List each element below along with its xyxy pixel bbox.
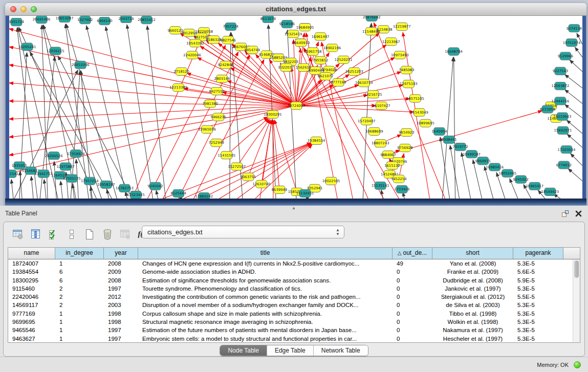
graph-node[interactable]: 8186328 [206, 36, 222, 43]
graph-node[interactable]: 1452254 [391, 175, 406, 183]
graph-node[interactable]: 7957224 [223, 23, 238, 31]
column-header-name[interactable]: name [8, 248, 55, 259]
graph-node[interactable]: 12975103 [400, 80, 418, 88]
graph-node[interactable]: 7919772 [452, 143, 468, 151]
float-panel-icon[interactable] [561, 210, 569, 217]
graph-node[interactable]: 19751074 [563, 39, 581, 47]
graph-node[interactable]: 20053346 [72, 61, 90, 69]
graph-node[interactable]: 8427552 [209, 87, 225, 95]
graph-node[interactable]: 9756928 [397, 144, 412, 152]
table-row[interactable]: 1938455462009Genome-wide association stu… [8, 268, 580, 276]
graph-edge-black[interactable] [571, 154, 582, 165]
graph-node[interactable]: 7981380 [203, 100, 218, 107]
graph-node[interactable]: 1640954 [431, 127, 447, 135]
graph-node[interactable]: 2803144 [214, 75, 230, 82]
graph-edge-red[interactable] [9, 105, 296, 119]
graph-node[interactable]: 12093872 [552, 82, 570, 90]
graph-node[interactable]: 20206526 [45, 152, 63, 160]
close-icon[interactable] [575, 210, 582, 217]
graph-node[interactable]: 15720407 [358, 117, 376, 125]
graph-node[interactable]: 16648784 [445, 48, 463, 55]
graph-node[interactable]: 17103504 [558, 146, 576, 154]
column-header-title[interactable]: title [138, 248, 393, 259]
graph-edge-black[interactable] [363, 23, 371, 199]
graph-node[interactable]: 18724007 [288, 102, 306, 110]
graph-node[interactable]: 9938441 [441, 136, 456, 143]
graph-node[interactable]: 6466140 [97, 17, 112, 25]
graph-node[interactable]: 8613074 [260, 16, 276, 23]
table-row[interactable]: 977716911998Corpus callosum shape and si… [8, 310, 580, 318]
tab-network-table[interactable]: Network Table [314, 345, 368, 356]
graph-node[interactable]: 10965917 [526, 182, 544, 190]
graph-edge-black[interactable] [107, 189, 108, 199]
graph-edge-black[interactable] [86, 26, 127, 199]
graph-node[interactable]: 12323445 [127, 191, 145, 199]
graph-node[interactable]: 9218586 [279, 20, 295, 28]
graph-node[interactable]: 6774012 [556, 161, 572, 169]
graph-node[interactable]: 11543049 [410, 108, 428, 116]
graph-node[interactable]: 8125444 [170, 189, 186, 197]
graph-node[interactable]: 16980416 [486, 163, 504, 171]
graph-node[interactable]: 9242848 [218, 61, 233, 69]
column-header-out-de-[interactable]: △out_de... [393, 248, 432, 259]
graph-node[interactable]: 12325419 [285, 30, 302, 38]
graph-node[interactable]: 10899695 [417, 119, 434, 127]
graph-node[interactable]: 15272507 [228, 163, 246, 170]
graph-edge-black[interactable] [440, 137, 449, 199]
column-header-year[interactable]: year [104, 248, 138, 259]
graph-edge-red[interactable] [9, 105, 296, 155]
delete-icon[interactable] [101, 228, 114, 240]
graph-node[interactable]: 9660123 [167, 27, 183, 34]
column-select-icon[interactable] [30, 228, 42, 240]
column-header-in-degree[interactable]: in_degree [55, 248, 104, 259]
graph-node[interactable]: 7955812 [313, 56, 328, 64]
graph-edge-red[interactable] [296, 49, 300, 106]
graph-node[interactable]: 9129966 [558, 52, 573, 60]
graph-node[interactable]: 18052465 [498, 169, 516, 177]
graph-node[interactable]: 9827546 [221, 36, 236, 44]
graph-edge-red[interactable] [9, 101, 296, 105]
graph-edge-black[interactable] [31, 177, 33, 199]
graph-node[interactable]: 12213967 [382, 38, 400, 46]
graph-edge-black[interactable] [54, 161, 56, 199]
network-canvas[interactable]: 1872400796601238912954182260589827509818… [9, 16, 582, 199]
graph-edge-black[interactable] [60, 181, 62, 199]
table-row[interactable]: 1830029562008Estimation of significance … [8, 276, 580, 285]
graph-edge-red[interactable] [147, 45, 225, 199]
table-row[interactable]: 1456911722003Disruption of a novel membe… [8, 301, 580, 309]
graph-node[interactable]: 8454749 [245, 46, 260, 54]
graph-node[interactable]: 9245042 [147, 182, 163, 190]
graph-edge-black[interactable] [66, 24, 117, 199]
graph-edge-black[interactable] [156, 190, 158, 199]
memory-status-icon[interactable] [574, 361, 581, 368]
graph-node[interactable]: 3931541 [9, 170, 18, 178]
graph-node[interactable]: 9063755 [241, 173, 256, 181]
graph-edge-red[interactable] [296, 105, 413, 112]
graph-edge-red[interactable] [321, 42, 353, 199]
graph-node[interactable]: 1562615 [296, 63, 311, 71]
graph-node[interactable]: 9355724 [9, 18, 24, 26]
graph-node[interactable]: 2043714 [118, 16, 134, 23]
table-row[interactable]: 1872400712008Changes of HCN gene express… [8, 259, 580, 268]
graph-node[interactable]: 10688609 [365, 127, 383, 135]
graph-node[interactable]: 9466236 [211, 113, 226, 121]
graph-edge-black[interactable] [462, 152, 471, 199]
graph-node[interactable]: 9969915 [475, 157, 490, 165]
graph-node[interactable]: 12036115 [47, 47, 64, 55]
graph-node[interactable]: 12213389 [169, 84, 187, 92]
row-select-check-icon[interactable] [48, 228, 60, 240]
graph-node[interactable]: 11431505 [217, 151, 235, 159]
graph-node[interactable]: 1615132 [384, 162, 400, 169]
graph-node[interactable]: 18300295 [264, 111, 282, 118]
graph-node[interactable]: 8639949 [272, 186, 287, 193]
graph-edge-black[interactable] [568, 169, 582, 181]
network-window-titlebar[interactable]: citations_edges.txt [5, 3, 586, 16]
graph-edge-black[interactable] [11, 180, 13, 199]
rows-icon[interactable] [66, 228, 78, 240]
graph-edge-black[interactable] [105, 27, 140, 199]
graph-node[interactable]: 16107427 [373, 102, 390, 110]
graph-node[interactable]: 8215958 [540, 105, 555, 113]
graph-node[interactable]: 10022505 [322, 177, 340, 185]
graph-node[interactable]: 16961497 [312, 33, 330, 40]
graph-edge-black[interactable] [473, 160, 482, 199]
